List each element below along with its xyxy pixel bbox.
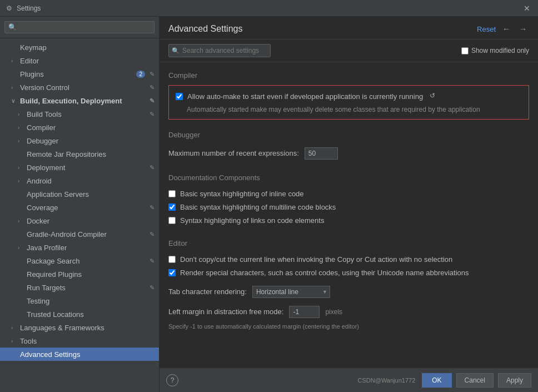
max-expressions-input[interactable] (305, 147, 338, 160)
multiline-code-label: Basic syntax highlighting of multiline c… (180, 202, 336, 212)
sidebar-item-required-plugins[interactable]: Required Plugins (0, 267, 159, 281)
left-margin-label: Left margin in distraction free mode: (168, 307, 283, 316)
compiler-section: Compiler Allow auto-make to start even i… (168, 71, 529, 120)
sidebar-item-testing[interactable]: Testing (0, 294, 159, 307)
multiline-code-checkbox[interactable] (168, 204, 176, 211)
auto-make-checkbox[interactable] (176, 93, 183, 100)
tab-rendering-select[interactable]: Horizontal line Arrow None (252, 286, 330, 298)
arrow-icon: › (18, 111, 24, 117)
sidebar-item-gradle-android[interactable]: Gradle-Android Compiler ✎ (0, 227, 159, 241)
sidebar-item-deployment[interactable]: › Deployment ✎ (0, 161, 159, 174)
show-modified-text: Show modified only (471, 47, 529, 54)
footer-left: ? (166, 374, 351, 386)
sidebar-item-debugger[interactable]: › Debugger (0, 134, 159, 147)
footer: ? CSDN@Wanjun1772 OK Cancel Apply (160, 368, 538, 392)
edit-icon: ✎ (150, 284, 155, 291)
documentation-section-title: Documentation Components (168, 173, 529, 182)
arrow-icon: › (18, 165, 24, 171)
footer-buttons: OK Cancel Apply (422, 373, 531, 388)
sidebar-item-build-tools[interactable]: › Build Tools ✎ (0, 107, 159, 121)
reset-auto-make-icon[interactable]: ↺ (430, 92, 435, 100)
sidebar-item-keymap[interactable]: Keymap (0, 41, 159, 54)
title-bar-text: Settings (17, 4, 520, 12)
cancel-button[interactable]: Cancel (456, 373, 494, 388)
sidebar-item-advanced-settings[interactable]: Advanced Settings (0, 348, 159, 361)
app-icon: ⚙ (4, 4, 13, 13)
auto-make-sublabel: Automatically started make may eventuall… (187, 105, 522, 115)
render-special-row: Render special characters, such as contr… (168, 266, 529, 280)
auto-make-setting: Allow auto-make to start even if develop… (168, 85, 529, 120)
sidebar-item-run-targets[interactable]: Run Targets ✎ (0, 281, 159, 294)
debugger-section: Debugger Maximum number of recent expres… (168, 131, 529, 162)
render-special-checkbox[interactable] (168, 269, 176, 276)
advanced-search-input[interactable] (168, 44, 271, 57)
sidebar-item-application-servers[interactable]: Application Servers (0, 187, 159, 201)
apply-button[interactable]: Apply (498, 373, 531, 388)
inline-code-checkbox[interactable] (168, 190, 176, 197)
auto-make-label: Allow auto-make to start even if develop… (187, 92, 423, 102)
search-bar: 🔍 Show modified only (160, 39, 538, 62)
max-expressions-row: Maximum number of recent expressions: (168, 145, 529, 162)
tab-rendering-select-wrapper: Horizontal line Arrow None (252, 286, 330, 298)
sidebar-item-android[interactable]: › Android (0, 174, 159, 187)
sidebar-item-java-profiler[interactable]: › Java Profiler (0, 241, 159, 254)
sidebar-item-remote-jar[interactable]: Remote Jar Repositories (0, 147, 159, 161)
arrow-icon: › (11, 85, 18, 91)
reset-button[interactable]: Reset (477, 25, 496, 33)
edit-icon: ✎ (150, 164, 155, 171)
show-modified-label[interactable]: Show modified only (461, 47, 529, 54)
links-code-checkbox[interactable] (168, 217, 176, 224)
sidebar-item-docker[interactable]: › Docker (0, 214, 159, 227)
multiline-code-row: Basic syntax highlighting of multiline c… (168, 201, 529, 214)
links-code-row: Syntax highlighting of links on code ele… (168, 214, 529, 227)
watermark-text: CSDN@Wanjun1772 (358, 377, 416, 384)
sidebar-item-trusted-locations[interactable]: Trusted Locations (0, 307, 159, 321)
tab-rendering-row: Tab character rendering: Horizontal line… (168, 283, 529, 301)
sidebar: Keymap › Editor Plugins 2 ✎ › Version Co… (0, 17, 160, 392)
main-layout: Keymap › Editor Plugins 2 ✎ › Version Co… (0, 17, 538, 392)
sidebar-search-input[interactable] (4, 21, 155, 33)
arrow-icon: › (18, 245, 24, 251)
arrow-icon: ∨ (11, 98, 18, 104)
arrow-icon: › (18, 138, 24, 144)
content-area: Advanced Settings Reset ← → 🔍 Show modif… (160, 17, 538, 392)
sidebar-item-plugins[interactable]: Plugins 2 ✎ (0, 67, 159, 81)
sidebar-item-coverage[interactable]: Coverage ✎ (0, 201, 159, 214)
auto-make-checkbox-row: Allow auto-make to start even if develop… (176, 90, 522, 103)
editor-section-title: Editor (168, 239, 529, 247)
copy-cut-checkbox[interactable] (168, 256, 176, 263)
arrow-icon: › (18, 125, 24, 131)
sidebar-item-package-search[interactable]: Package Search ✎ (0, 254, 159, 267)
inline-code-label: Basic syntax highlighting of inline code (180, 189, 304, 199)
edit-icon: ✎ (150, 84, 155, 91)
close-button[interactable]: ✕ (520, 3, 534, 14)
ok-button[interactable]: OK (422, 373, 451, 388)
arrow-icon: › (11, 58, 18, 64)
edit-icon: ✎ (150, 97, 155, 105)
documentation-section: Documentation Components Basic syntax hi… (168, 173, 529, 228)
back-button[interactable]: ← (500, 23, 512, 34)
left-margin-unit: pixels (325, 308, 342, 316)
show-modified-checkbox[interactable] (461, 47, 469, 54)
sidebar-item-tools[interactable]: › Tools (0, 334, 159, 348)
max-expressions-label: Maximum number of recent expressions: (168, 149, 299, 157)
edit-icon: ✎ (150, 71, 155, 78)
tab-rendering-label: Tab character rendering: (168, 287, 247, 296)
sidebar-item-version-control[interactable]: › Version Control ✎ (0, 81, 159, 94)
title-bar: ⚙ Settings ✕ (0, 0, 538, 17)
search-icon: 🔍 (172, 47, 180, 54)
arrow-icon: › (11, 325, 18, 331)
compiler-section-title: Compiler (168, 71, 529, 80)
sidebar-item-languages-frameworks[interactable]: › Languages & Frameworks (0, 321, 159, 334)
help-button[interactable]: ? (166, 374, 178, 386)
sidebar-item-editor[interactable]: › Editor (0, 54, 159, 67)
copy-cut-label: Don't copy/cut the current line when inv… (180, 255, 452, 265)
sidebar-item-build-execution-deployment[interactable]: ∨ Build, Execution, Deployment ✎ (0, 94, 159, 107)
arrow-icon: › (11, 338, 18, 344)
left-margin-row: Left margin in distraction free mode: pi… (168, 303, 529, 321)
forward-button[interactable]: → (517, 23, 529, 34)
sidebar-item-compiler[interactable]: › Compiler (0, 121, 159, 134)
inline-code-row: Basic syntax highlighting of inline code (168, 187, 529, 201)
left-margin-input[interactable] (289, 306, 320, 318)
left-margin-hint: Specify -1 to use automatically calculat… (168, 322, 529, 331)
